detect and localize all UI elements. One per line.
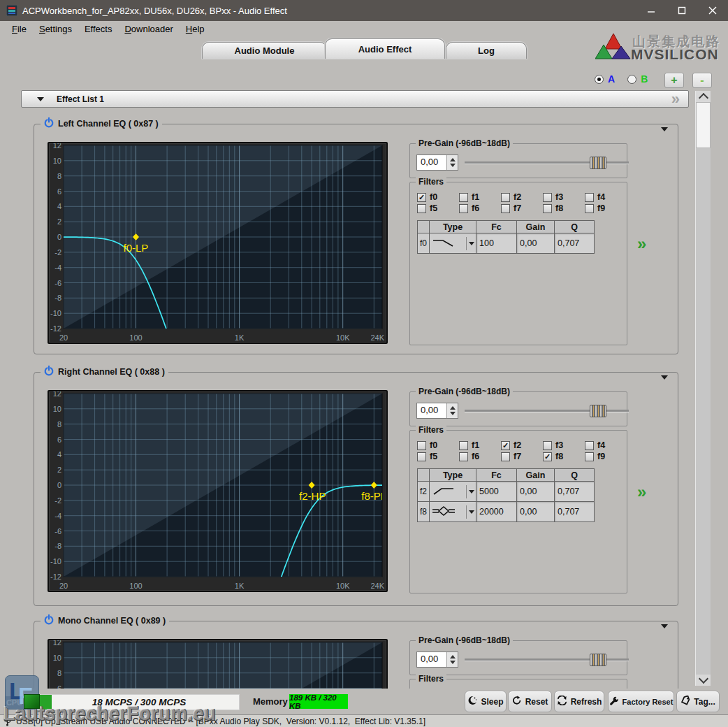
toolbar-button-sleep[interactable]: Sleep [465,691,507,712]
pregain-spin-arrows[interactable] [446,652,458,667]
filter-type-dropdown[interactable] [430,233,476,254]
checkbox-unchecked-icon[interactable] [459,452,468,461]
pregain-spin-arrows[interactable] [446,403,458,418]
filter-checkbox-f1[interactable]: f1 [459,192,479,202]
menu-item-downloader[interactable]: Downloader [118,22,179,36]
filter-q-cell[interactable]: 0,707 [555,482,595,502]
eq-response-graph[interactable]: 121086420-2-4-6-8-10-12201001K10K24Kf2-H… [48,390,388,592]
filter-gain-cell[interactable]: 0,00 [517,482,555,502]
pregain-spinbox[interactable]: 0,00 [416,403,458,419]
checkbox-unchecked-icon[interactable] [501,204,510,213]
filter-checkbox-f5[interactable]: f5 [417,452,437,461]
checkbox-checked-icon[interactable]: ✓ [543,452,552,461]
radio-a[interactable] [595,75,604,84]
remove-effect-button[interactable]: - [692,73,712,88]
apply-chevron-button[interactable]: » [637,238,645,250]
filter-checkbox-f4[interactable]: f4 [585,192,605,202]
filter-fc-cell[interactable]: 5000 [476,482,517,502]
panel-collapse-icon[interactable] [661,624,668,628]
tab-log[interactable]: Log [446,42,527,59]
filter-checkbox-f0[interactable]: f0 [417,440,437,450]
spin-up-icon[interactable] [450,655,456,658]
filter-checkbox-f4[interactable]: f4 [585,440,605,450]
dropdown-button[interactable] [466,237,476,250]
filter-fc-cell[interactable]: 100 [476,233,517,254]
dropdown-button[interactable] [466,505,476,519]
filter-checkbox-f0[interactable]: ✓f0 [417,192,437,202]
checkbox-unchecked-icon[interactable] [543,204,552,213]
filter-checkbox-f3[interactable]: f3 [543,440,563,450]
minimize-button[interactable] [636,0,667,21]
menu-item-file[interactable]: File [6,22,33,36]
pregain-slider-handle[interactable] [590,157,606,169]
panel-collapse-icon[interactable] [661,375,668,380]
spin-down-icon[interactable] [450,412,456,415]
filter-gain-cell[interactable]: 0,00 [517,502,555,522]
checkbox-unchecked-icon[interactable] [543,441,552,450]
filter-fc-cell[interactable]: 20000 [476,502,517,522]
tab-audio-effect[interactable]: Audio Effect [325,38,445,59]
checkbox-unchecked-icon[interactable] [459,193,468,202]
spin-down-icon[interactable] [450,661,456,664]
filter-checkbox-f1[interactable]: f1 [459,440,479,450]
checkbox-unchecked-icon[interactable] [585,204,594,213]
checkbox-checked-icon[interactable]: ✓ [501,441,510,450]
filter-checkbox-f3[interactable]: f3 [543,192,563,202]
filter-checkbox-f9[interactable]: f9 [585,203,605,213]
spin-up-icon[interactable] [450,406,456,410]
toolbar-button-refresh[interactable]: Refresh [554,691,604,712]
filter-checkbox-f6[interactable]: f6 [459,452,479,461]
filter-checkbox-f9[interactable]: f9 [585,452,605,461]
filter-checkbox-f8[interactable]: f8 [543,203,563,213]
scrollbar-up-button[interactable] [696,91,711,102]
pregain-slider-handle[interactable] [590,405,606,417]
toolbar-button-factory-reset[interactable]: Factory Reset [608,691,674,712]
checkbox-unchecked-icon[interactable] [501,193,510,202]
panel-collapse-icon[interactable] [661,127,668,131]
filter-checkbox-f6[interactable]: f6 [459,203,479,213]
pregain-spinbox[interactable]: 0,00 [416,652,458,668]
checkbox-unchecked-icon[interactable] [543,193,552,202]
menu-item-help[interactable]: Help [180,22,211,36]
filter-checkbox-f2[interactable]: f2 [501,192,521,202]
toolbar-button-tag[interactable]: Tag... [676,691,720,712]
pregain-spin-arrows[interactable] [446,155,458,170]
filter-type-dropdown[interactable] [430,482,476,502]
tab-audio-module[interactable]: Audio Module [202,42,327,59]
spin-down-icon[interactable] [450,164,456,167]
checkbox-unchecked-icon[interactable] [417,204,426,213]
menu-item-settings[interactable]: Settings [33,22,78,36]
dropdown-button[interactable] [466,485,476,498]
vertical-scrollbar[interactable] [695,91,711,686]
pregain-spinbox[interactable]: 0,00 [416,154,458,171]
apply-chevron-button[interactable]: » [637,486,645,498]
effect-list-header[interactable]: Effect List 1 » [21,90,689,108]
filter-checkbox-f2[interactable]: ✓f2 [501,440,521,450]
filter-q-cell[interactable]: 0,707 [555,502,595,522]
checkbox-unchecked-icon[interactable] [585,452,594,461]
checkbox-unchecked-icon[interactable] [417,441,426,450]
power-icon[interactable] [44,614,54,627]
radio-b[interactable] [627,75,636,84]
spin-up-icon[interactable] [450,158,456,161]
filter-gain-cell[interactable]: 0,00 [517,233,555,254]
checkbox-unchecked-icon[interactable] [417,452,426,461]
power-icon[interactable] [44,366,54,378]
filter-type-dropdown[interactable] [430,502,476,522]
menu-item-effects[interactable]: Effects [78,22,119,36]
filter-checkbox-f5[interactable]: f5 [417,203,437,213]
filter-q-cell[interactable]: 0,707 [555,233,595,254]
scrollbar-down-button[interactable] [696,675,711,686]
effect-list-collapse-icon[interactable] [37,97,44,101]
scrollbar-thumb[interactable] [696,102,711,148]
checkbox-checked-icon[interactable]: ✓ [417,193,426,202]
checkbox-unchecked-icon[interactable] [585,193,594,202]
checkbox-unchecked-icon[interactable] [459,204,468,213]
checkbox-unchecked-icon[interactable] [459,441,468,450]
power-icon[interactable] [44,117,54,130]
filter-checkbox-f8[interactable]: ✓f8 [543,452,563,461]
eq-response-graph[interactable]: 121086420-2-4-6-8-10-12201001K10K24Kf0-L… [48,142,388,344]
add-effect-button[interactable]: + [664,73,684,88]
checkbox-unchecked-icon[interactable] [501,452,510,461]
checkbox-unchecked-icon[interactable] [585,441,594,450]
